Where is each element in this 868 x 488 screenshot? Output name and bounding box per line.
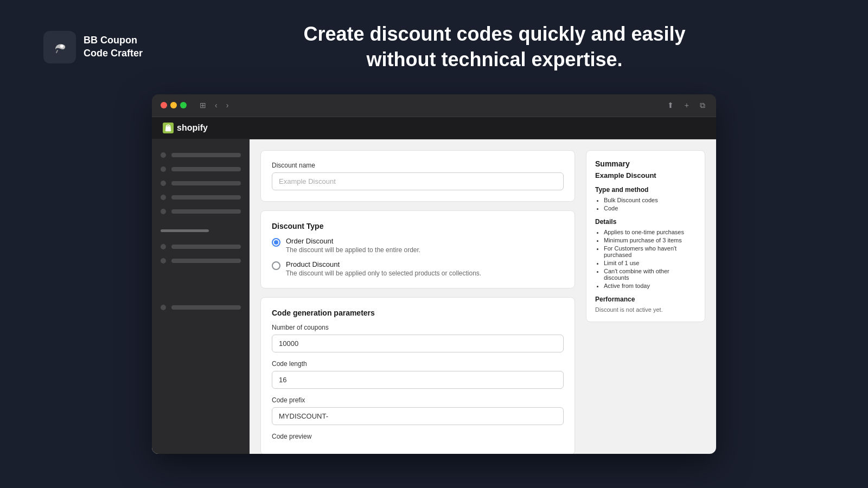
sidebar-bar-2 (171, 167, 241, 171)
summary-panel: Summary Example Discount Type and method… (586, 150, 705, 443)
shopify-bag-icon (163, 123, 174, 133)
detail-item-3: Limit of 1 use (604, 260, 696, 266)
sidebar-section-dot-1 (161, 244, 166, 249)
summary-discount-name: Example Discount (595, 171, 696, 179)
sidebar-section-bar-1 (171, 245, 241, 249)
radio-order-discount[interactable]: Order Discount The discount will be appl… (272, 237, 564, 254)
summary-title: Summary (595, 159, 696, 168)
sidebar-bottom-bar (171, 305, 241, 310)
type-item-2: Code (604, 205, 696, 211)
sidebar-section-bar (161, 229, 209, 232)
content-area: Discount name Discount Type Order Discou… (152, 139, 716, 454)
form-area: Discount name Discount Type Order Discou… (260, 150, 575, 443)
discount-type-radio-group: Order Discount The discount will be appl… (272, 237, 564, 277)
code-length-label: Code length (272, 360, 564, 368)
sidebar-dot-1 (161, 152, 166, 158)
radio-product-circle[interactable] (272, 261, 280, 270)
code-prefix-label: Code prefix (272, 396, 564, 404)
shopify-logo: shopify (163, 123, 208, 133)
new-tab-button[interactable]: + (682, 100, 691, 111)
discount-name-input[interactable] (272, 172, 564, 190)
radio-product-content: Product Discount The discount will be ap… (286, 260, 481, 277)
sidebar-item-5[interactable] (152, 204, 250, 219)
sidebar-section-item-2[interactable] (152, 254, 250, 268)
radio-order-desc: The discount will be applied to the enti… (286, 246, 420, 254)
sidebar-bar-4 (171, 195, 241, 200)
sidebar-dot-4 (161, 195, 166, 200)
detail-item-5: Active from today (604, 282, 696, 289)
forward-button[interactable]: › (224, 100, 231, 111)
sidebar-section-item-1[interactable] (152, 240, 250, 254)
shopify-bar: shopify (152, 117, 716, 139)
summary-inner: Summary Example Discount Type and method… (586, 150, 705, 322)
sidebar-item-3[interactable] (152, 176, 250, 190)
code-gen-title: Code generation parameters (272, 309, 564, 317)
sidebar-dot-3 (161, 181, 166, 186)
details-title: Details (595, 218, 696, 226)
sidebar-dot-2 (161, 166, 166, 172)
sidebar-bar-5 (171, 209, 241, 214)
detail-item-4: Can't combine with other discounts (604, 268, 696, 281)
sidebar (152, 139, 250, 454)
discount-type-card: Discount Type Order Discount The discoun… (260, 210, 575, 288)
browser-chrome: ⊞ ‹ › ⬆ + ⧉ (152, 94, 716, 117)
grid-view-button[interactable]: ⊞ (197, 100, 208, 111)
traffic-lights (161, 102, 187, 108)
num-coupons-label: Number of coupons (272, 324, 564, 331)
sidebar-item-1[interactable] (152, 148, 250, 162)
radio-product-discount[interactable]: Product Discount The discount will be ap… (272, 260, 564, 277)
traffic-light-green[interactable] (180, 102, 187, 108)
sidebar-item-4[interactable] (152, 190, 250, 204)
shopify-brand-label: shopify (177, 123, 208, 133)
app-tagline: Create discount codes quickly and easily… (164, 22, 825, 73)
details-list: Applies to one-time purchases Minimum pu… (595, 229, 696, 289)
radio-product-label: Product Discount (286, 260, 481, 268)
browser-action-buttons: ⬆ + ⧉ (665, 100, 707, 111)
sidebar-section-dot-2 (161, 258, 166, 264)
back-button[interactable]: ‹ (213, 100, 220, 111)
browser-nav-controls: ⊞ ‹ › (197, 100, 231, 111)
type-method-title: Type and method (595, 186, 696, 194)
radio-order-label: Order Discount (286, 237, 420, 245)
sidebar-bottom-item[interactable] (152, 300, 250, 314)
discount-name-label: Discount name (272, 162, 564, 169)
type-item-1: Bulk Discount codes (604, 197, 696, 203)
sidebar-section-header (152, 223, 250, 240)
discount-type-title: Discount Type (272, 222, 564, 230)
radio-order-circle[interactable] (272, 238, 280, 247)
sidebar-bottom-dot (161, 305, 166, 310)
detail-item-2: For Customers who haven't purchased (604, 245, 696, 258)
code-length-input[interactable] (272, 371, 564, 389)
discount-name-card: Discount name (260, 150, 575, 202)
code-prefix-input[interactable] (272, 407, 564, 425)
sidebar-section-bar-2 (171, 259, 241, 263)
performance-title: Performance (595, 296, 696, 303)
header-area: BB Coupon Code Crafter Create discount c… (0, 0, 868, 94)
radio-order-content: Order Discount The discount will be appl… (286, 237, 420, 254)
sidebar-bar-1 (171, 153, 241, 157)
traffic-light-red[interactable] (161, 102, 167, 108)
code-gen-card: Code generation parameters Number of cou… (260, 297, 575, 454)
sidebar-dot-5 (161, 209, 166, 214)
sidebar-item-2[interactable] (152, 162, 250, 176)
detail-item-1: Minimum purchase of 3 items (604, 237, 696, 243)
app-name: BB Coupon Code Crafter (84, 34, 143, 60)
detail-item-0: Applies to one-time purchases (604, 229, 696, 235)
browser-window: ⊞ ‹ › ⬆ + ⧉ shopify (152, 94, 716, 454)
logo-block: BB Coupon Code Crafter (43, 31, 143, 63)
code-preview-label: Code preview (272, 433, 564, 440)
num-coupons-input[interactable] (272, 335, 564, 352)
performance-text: Discount is not active yet. (595, 306, 696, 313)
radio-product-desc: The discount will be applied only to sel… (286, 269, 481, 277)
type-method-list: Bulk Discount codes Code (595, 197, 696, 211)
copy-button[interactable]: ⧉ (698, 100, 707, 111)
traffic-light-yellow[interactable] (170, 102, 177, 108)
app-logo-icon (43, 31, 76, 63)
svg-point-1 (60, 44, 63, 48)
sidebar-bar-3 (171, 181, 241, 185)
main-content: Discount name Discount Type Order Discou… (250, 139, 716, 454)
share-button[interactable]: ⬆ (665, 100, 676, 111)
